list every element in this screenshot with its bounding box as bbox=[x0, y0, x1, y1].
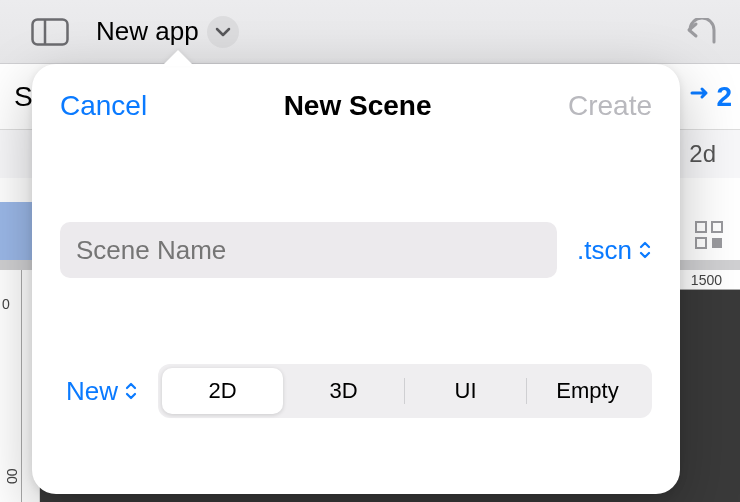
bg-2n-label: 2 bbox=[716, 81, 732, 113]
modal-title: New Scene bbox=[284, 90, 432, 122]
app-title: New app bbox=[96, 16, 199, 47]
app-title-dropdown-button[interactable] bbox=[207, 16, 239, 48]
cancel-button[interactable]: Cancel bbox=[60, 90, 147, 122]
bg-ruler-1500: 1500 bbox=[691, 272, 722, 288]
undo-button[interactable] bbox=[680, 12, 724, 52]
up-down-icon bbox=[638, 240, 652, 260]
extension-picker[interactable]: .tscn bbox=[577, 235, 652, 266]
up-down-icon bbox=[124, 381, 138, 401]
bg-2n-link[interactable]: 2 bbox=[688, 81, 732, 113]
segment-3d[interactable]: 3D bbox=[283, 368, 404, 414]
new-scene-popover: Cancel New Scene Create .tscn New bbox=[32, 64, 680, 494]
create-button[interactable]: Create bbox=[568, 90, 652, 122]
root-new-picker[interactable]: New bbox=[66, 376, 138, 407]
scene-name-row: .tscn bbox=[60, 222, 652, 278]
segment-empty[interactable]: Empty bbox=[527, 368, 648, 414]
segment-2d[interactable]: 2D bbox=[162, 368, 283, 414]
modal-header: Cancel New Scene Create bbox=[60, 90, 652, 122]
segment-empty-label: Empty bbox=[556, 378, 618, 404]
svg-rect-2 bbox=[696, 222, 706, 232]
svg-rect-5 bbox=[712, 238, 722, 248]
bg-2d-label: 2d bbox=[689, 140, 716, 168]
root-type-segmented: 2D 3D UI Empty bbox=[158, 364, 652, 418]
chevron-down-icon bbox=[215, 27, 231, 37]
undo-icon bbox=[684, 18, 720, 46]
sidebar-toggle-button[interactable] bbox=[22, 12, 78, 52]
scene-name-input[interactable] bbox=[60, 222, 557, 278]
segment-3d-label: 3D bbox=[329, 378, 357, 404]
svg-rect-3 bbox=[712, 222, 722, 232]
swap-icon bbox=[688, 85, 712, 109]
bg-left-letter: S bbox=[14, 81, 33, 113]
svg-rect-0 bbox=[33, 19, 68, 44]
top-toolbar: New app bbox=[0, 0, 740, 64]
segment-2d-label: 2D bbox=[208, 378, 236, 404]
panel-left-icon bbox=[31, 18, 69, 46]
segment-ui-label: UI bbox=[455, 378, 477, 404]
root-node-row: New 2D 3D UI Empty bbox=[60, 364, 652, 418]
bg-ruler-500: 00 bbox=[4, 468, 20, 484]
segment-ui[interactable]: UI bbox=[405, 368, 526, 414]
extension-label: .tscn bbox=[577, 235, 632, 266]
bg-ruler-zero: 0 bbox=[2, 296, 10, 312]
svg-rect-4 bbox=[696, 238, 706, 248]
snap-icon[interactable] bbox=[694, 220, 724, 250]
root-new-label: New bbox=[66, 376, 118, 407]
